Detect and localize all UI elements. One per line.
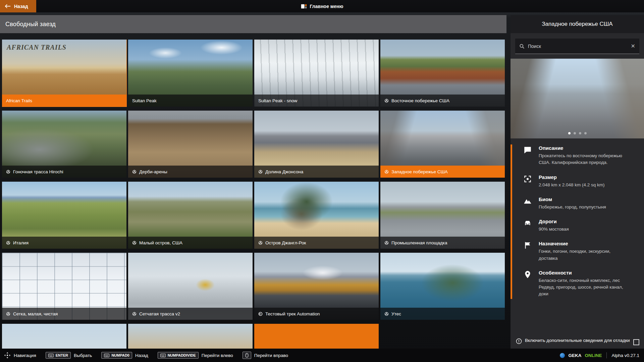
input-hint: Навигация [4,352,36,359]
preview-dot[interactable] [579,132,581,134]
detail-item: ОписаниеПрокатитесь по восточному побере… [523,145,628,166]
level-label: Остров Джангл-Рок [254,237,379,249]
level-tile[interactable]: Утес [380,253,505,320]
level-label: Sultan Peak [128,95,253,107]
hint-label: Навигация [14,353,36,358]
level-tile[interactable]: AFRICAN TRAILSAfrican Trails [2,40,126,107]
preview-dot[interactable] [568,132,571,134]
level-tile[interactable]: Сетчатая трасса v2 [128,253,253,320]
input-hint: Перейти вправо [243,352,288,359]
level-name: Западное побережье США [391,169,448,174]
hint-label: Назад [135,353,148,358]
main-menu-icon [301,4,307,9]
level-name: Малый остров, США [139,240,182,245]
input-hints: НавигацияENTERВыбратьNUMPAD0НазадNUMPADD… [4,352,288,359]
level-thumbnail [2,324,126,349]
level-tile[interactable] [254,324,379,349]
preview-dot[interactable] [574,132,576,134]
search-clear-icon[interactable]: ✕ [631,43,635,49]
preview-pagination [511,132,644,134]
debug-toggle-label: Включить дополнительные сведения для отл… [525,337,630,344]
input-hint: ENTERВыбрать [46,352,92,359]
level-tile[interactable]: Тестовый трек Automation [254,253,379,320]
keyboard-icon [48,354,54,357]
key-name: NUMPADDIVIDE [168,353,196,357]
input-hint: NUMPAD0Назад [101,352,148,359]
level-label: Дерби-арены [128,166,253,178]
level-tile[interactable]: Долина Джонсона [254,111,379,178]
search-input[interactable] [528,44,628,49]
spawn-icon [6,241,10,245]
level-name: Долина Джонсона [265,169,303,174]
detail-title: Дороги [539,219,569,224]
details-panel: Западное побережье США ✕ ОписаниеПрокати… [511,15,644,349]
keyboard-icon [104,354,109,357]
detail-title: Биом [539,196,606,202]
level-tile[interactable]: Гоночная трасса Hirochi [2,111,126,178]
level-grid: AFRICAN TRAILSAfrican TrailsSultan PeakS… [2,40,505,349]
level-tile[interactable]: Остров Джангл-Рок [254,182,379,249]
debug-toggle-row: Включить дополнительные сведения для отл… [516,337,639,345]
automation-icon [258,312,263,316]
level-tile[interactable]: Sultan Peak - snow [254,40,379,107]
level-label: Промышленная площадка [380,237,505,249]
keyboard-icon [160,354,166,357]
detail-item: Размер2.048 km x 2.048 km (4.2 sq km) [523,174,628,188]
spawn-icon [384,170,389,174]
level-tile[interactable]: Италия [2,182,126,249]
key-badge: NUMPAD0 [101,352,132,359]
size-icon [523,174,532,188]
online-status: ONLINE [585,353,602,358]
key-name: ENTER [56,353,68,357]
level-tile[interactable]: Восточное побережье США [380,40,505,107]
level-name: Sultan Peak - snow [258,98,297,103]
level-tile[interactable]: Sultan Peak [128,40,253,107]
pin-icon [523,270,532,298]
nav-icon [4,352,11,359]
detail-title: Размер [539,174,605,180]
spawn-icon [258,241,263,245]
panel-title: Западное побережье США [542,21,612,27]
spawn-icon [6,312,10,316]
level-tile[interactable]: Сетка, малая, чистая [2,253,126,320]
level-name: Сетка, малая, чистая [13,311,58,316]
level-name: Дерби-арены [139,169,167,174]
spawn-icon [6,170,10,174]
detail-text: 90% мостовая [539,226,569,233]
thumbnail-art-text: AFRICAN TRAILS [7,44,66,51]
search-icon [519,44,525,49]
level-label: Тестовый трек Automation [254,308,379,320]
detail-text: Гонки, погони, поездки, экскурсии, доста… [539,248,628,262]
level-label: Малый остров, США [128,237,253,249]
level-name: Тестовый трек Automation [265,311,320,316]
input-hint: NUMPADDIVIDEПерейти влево [158,352,233,359]
level-name: African Trails [6,98,32,103]
level-tile[interactable]: Промышленная площадка [380,182,505,249]
preview-dot[interactable] [584,132,587,134]
key-badge [243,352,251,359]
level-tile[interactable]: Западное побережье США [380,111,505,178]
biome-icon [523,196,532,210]
level-label: Долина Джонсона [254,166,379,178]
level-tile[interactable]: Малый остров, США [128,182,253,249]
debug-checkbox[interactable] [633,339,639,345]
back-button[interactable]: Назад [0,0,36,12]
detail-text: Беласко-сити, гоночный комплекс, лес Ред… [539,277,628,298]
level-name: Остров Джангл-Рок [265,240,306,245]
main-menu-title: Главное меню [310,4,343,9]
roads-icon [523,219,532,233]
level-tile[interactable]: Дерби-арены [128,111,253,178]
mouse-icon [245,353,249,358]
hint-label: Перейти вправо [254,353,288,358]
level-label: African Trails [2,95,126,107]
level-tile[interactable] [128,324,253,349]
level-label: Западное побережье США [380,166,505,178]
level-label: Восточное побережье США [380,95,505,107]
top-bar: Назад Главное меню [0,0,644,12]
level-tile[interactable] [2,324,126,349]
level-name: Сетчатая трасса v2 [139,311,180,316]
hint-label: Выбрать [74,353,92,358]
level-name: Sultan Peak [132,98,157,103]
level-label: Сетка, малая, чистая [2,308,126,320]
spawn-icon [132,312,137,316]
